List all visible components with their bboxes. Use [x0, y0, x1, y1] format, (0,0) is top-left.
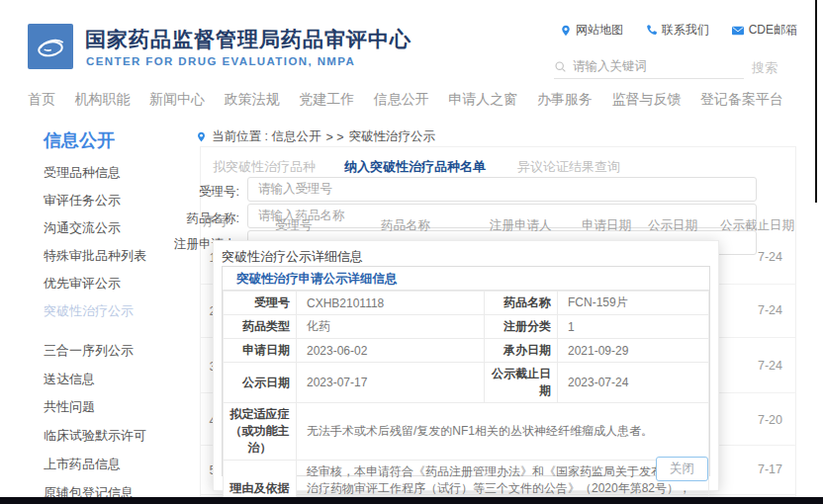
table-row: 拟定适应症（或功能主治） 无法手术或术后残留/复发的NF1相关的丛状神经纤维瘤成…: [224, 403, 709, 461]
nav-item-functions[interactable]: 机构职能: [75, 91, 131, 109]
field-label: 公示日期: [224, 363, 297, 403]
table-row: 申请日期 2023-06-02 承办日期 2021-09-29: [224, 339, 709, 363]
tab-included-breakthrough-list[interactable]: 纳入突破性治疗品种名单: [344, 158, 486, 176]
sidebar-item-accepted-varieties[interactable]: 受理品种信息: [44, 164, 121, 182]
main-nav: 首页 机构职能 新闻中心 政策法规 党建工作 信息公开 申请人之窗 办事服务 监…: [28, 91, 783, 109]
field-label: 药品名称: [485, 292, 558, 315]
breakthrough-detail-modal: 突破性治疗公示详细信息 突破性治疗申请公示详细信息 受理号 CXHB210111…: [213, 240, 719, 491]
keyword-search-input[interactable]: 请输入关键词: [554, 55, 744, 79]
sidebar-title: 信息公开: [44, 128, 115, 152]
col-header-deadline: 公示截止日期: [720, 217, 794, 234]
field-value-publicity-date: 2023-07-17: [297, 363, 485, 403]
col-header-publicity-date: 公示日期: [648, 217, 697, 234]
contact-link[interactable]: 联系我们: [645, 22, 709, 39]
site-title: 国家药品监督管理局药品审评中心: [85, 26, 412, 53]
cde-logo[interactable]: [28, 24, 73, 69]
table-row-deadline: 7-17: [758, 462, 782, 476]
sidebar-item-priority-review[interactable]: 优先审评公示: [44, 275, 121, 293]
nav-item-party[interactable]: 党建工作: [299, 91, 354, 109]
nav-item-news[interactable]: 新闻中心: [149, 91, 205, 109]
field-label: 拟定适应症（或功能主治）: [224, 403, 297, 461]
field-label: 公示截止日期: [485, 363, 558, 403]
table-row: 公示日期 2023-07-17 公示截止日期 2023-07-24: [224, 363, 709, 403]
field-label: 申请日期: [224, 339, 297, 363]
close-button[interactable]: 关闭: [656, 457, 708, 481]
search-button[interactable]: 搜索: [752, 59, 777, 77]
col-header-index: 序号: [203, 213, 228, 230]
window-edge-bottom: [0, 497, 823, 504]
cde-swoosh-icon: [32, 28, 69, 65]
cde-mail-link[interactable]: CDE邮箱: [731, 22, 797, 39]
breadcrumb-prefix: 当前位置 : 信息公开: [212, 128, 320, 145]
col-header-acceptance-no: 受理号: [275, 217, 313, 234]
breadcrumb-current[interactable]: 突破性治疗公示: [349, 128, 436, 145]
table-row-deadline: 7-24: [758, 359, 782, 373]
search-placeholder: 请输入关键词: [573, 58, 647, 75]
breadcrumb: 当前位置 : 信息公开 > > 突破性治疗公示: [196, 128, 435, 145]
field-value-indication: 无法手术或术后残留/复发的NF1相关的丛状神经纤维瘤成人患者。: [297, 403, 709, 461]
field-label: 承办日期: [485, 339, 558, 363]
nav-item-applicant[interactable]: 申请人之窗: [448, 91, 517, 109]
field-label: 注册分类: [485, 315, 558, 339]
sidebar-item-three-in-one[interactable]: 三合一序列公示: [44, 342, 134, 360]
modal-detail-box: 突破性治疗申请公示详细信息 受理号 CXHB2101118 药品名称 FCN-1…: [222, 266, 710, 476]
sidebar-item-breakthrough-therapy[interactable]: 突破性治疗公示: [44, 302, 134, 320]
breadcrumb-pin-icon: [196, 130, 207, 143]
window-edge-right: [815, 0, 817, 203]
mail-icon: [731, 25, 745, 37]
sitemap-link[interactable]: 网站地图: [560, 22, 623, 39]
nav-item-registration-platform[interactable]: 登记备案平台: [700, 91, 783, 109]
utility-links: 网站地图 联系我们 CDE邮箱: [560, 22, 797, 39]
field-value-drug-type: 化药: [297, 315, 485, 339]
acceptance-no-label: 受理号:: [160, 184, 239, 201]
sidebar-item-clinical-trial-permission[interactable]: 临床试验默示许可: [44, 427, 146, 445]
site-subtitle: CENTER FOR DRUG EVALUATION, NMPA: [86, 55, 355, 67]
phone-icon: [645, 24, 658, 37]
drug-name-label: 药品名称:: [160, 210, 239, 227]
field-value-acceptance-no: CXHB2101118: [297, 292, 485, 315]
table-row-deadline: 7-20: [758, 413, 782, 427]
sidebar-item-delivery-info[interactable]: 送达信息: [44, 371, 95, 388]
field-value-reg-class: 1: [558, 315, 709, 339]
field-value-undertake-date: 2021-09-29: [558, 339, 709, 363]
acceptance-no-input[interactable]: 请输入受理号: [247, 177, 757, 202]
col-header-applicant: 注册申请人: [490, 217, 552, 234]
sidebar-item-marketed-drugs[interactable]: 上市药品信息: [44, 456, 121, 473]
field-value-apply-date: 2023-06-02: [297, 339, 485, 363]
sidebar-item-special-approval[interactable]: 特殊审批品种列表: [44, 247, 146, 265]
table-row: 受理号 CXHB2101118 药品名称 FCN-159片: [224, 292, 709, 315]
tab-proposed-breakthrough[interactable]: 拟突破性治疗品种: [213, 158, 316, 176]
nav-item-services[interactable]: 办事服务: [537, 91, 593, 109]
modal-title: 突破性治疗公示详细信息: [222, 248, 363, 266]
nav-item-home[interactable]: 首页: [28, 91, 55, 109]
field-label: 受理号: [224, 292, 297, 315]
detail-table: 受理号 CXHB2101118 药品名称 FCN-159片 药品类型 化药 注册…: [223, 291, 709, 504]
col-header-apply-date: 申请日期: [582, 217, 631, 234]
sidebar-item-communication[interactable]: 沟通交流公示: [44, 219, 121, 237]
table-row-deadline: 7-24: [758, 303, 782, 317]
table-row: 药品类型 化药 注册分类 1: [224, 315, 709, 339]
page: 国家药品监督管理局药品审评中心 CENTER FOR DRUG EVALUATI…: [0, 0, 823, 504]
field-label: 药品类型: [224, 315, 297, 339]
nav-item-supervision[interactable]: 监督与反馈: [611, 91, 681, 109]
sidebar-item-common-issues[interactable]: 共性问题: [44, 398, 95, 416]
table-row-deadline: 7-24: [758, 250, 782, 264]
nav-item-info-disclosure[interactable]: 信息公开: [374, 91, 429, 109]
search-icon: [554, 60, 567, 73]
col-header-drug-name: 药品名称: [381, 217, 430, 234]
location-pin-icon: [560, 24, 572, 38]
tab-objection-results[interactable]: 异议论证结果查询: [517, 158, 620, 176]
sidebar-item-review-tasks[interactable]: 审评任务公示: [44, 192, 121, 210]
modal-section-title: 突破性治疗申请公示详细信息: [223, 267, 709, 291]
field-value-deadline: 2023-07-24: [558, 363, 709, 403]
breadcrumb-separator: > >: [325, 130, 343, 144]
field-value-drug-name: FCN-159片: [558, 292, 709, 315]
nav-item-policy[interactable]: 政策法规: [225, 91, 280, 109]
